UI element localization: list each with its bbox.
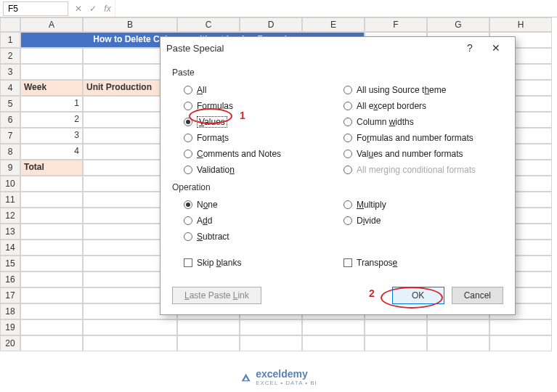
- cell[interactable]: [489, 335, 552, 351]
- paste-values-radio[interactable]: Values: [184, 114, 343, 130]
- row-header[interactable]: 10: [0, 176, 20, 192]
- skip-blanks-label: Skip blanks: [197, 258, 241, 268]
- col-header-g[interactable]: G: [427, 17, 489, 32]
- row-header[interactable]: 12: [0, 208, 20, 224]
- select-all-corner[interactable]: [0, 17, 20, 32]
- cancel-button[interactable]: Cancel: [452, 287, 503, 304]
- fx-icon[interactable]: fx: [100, 4, 115, 14]
- row-header[interactable]: 19: [0, 319, 20, 335]
- row-header[interactable]: 15: [0, 256, 20, 271]
- logo-icon: [240, 372, 251, 383]
- radio-label: Multiply: [357, 200, 386, 210]
- cell[interactable]: [240, 319, 302, 335]
- col-header-d[interactable]: D: [240, 17, 302, 32]
- col-week-header[interactable]: Week: [20, 80, 83, 96]
- row-header[interactable]: 2: [0, 48, 20, 64]
- cell[interactable]: [20, 64, 83, 80]
- cell[interactable]: [20, 192, 83, 208]
- transpose-checkbox[interactable]: Transpose: [343, 255, 503, 271]
- row-header[interactable]: 5: [0, 96, 20, 112]
- week-cell[interactable]: 4: [20, 144, 83, 160]
- col-header-c[interactable]: C: [177, 17, 240, 32]
- cell[interactable]: [20, 224, 83, 240]
- row-header[interactable]: 16: [0, 271, 20, 287]
- cell[interactable]: [20, 48, 83, 64]
- col-header-e[interactable]: E: [302, 17, 365, 32]
- paste-theme-radio[interactable]: All using Source theme: [343, 82, 503, 98]
- col-header-b[interactable]: B: [83, 17, 177, 32]
- col-header-a[interactable]: A: [20, 17, 83, 32]
- cell[interactable]: [20, 176, 83, 192]
- radio-icon: [343, 150, 352, 158]
- cell[interactable]: [20, 303, 83, 319]
- cell[interactable]: [365, 335, 427, 351]
- op-none-radio[interactable]: None: [184, 197, 343, 213]
- skip-blanks-checkbox[interactable]: Skip blanks: [184, 255, 343, 271]
- paste-valnum-radio[interactable]: Values and number formats: [343, 146, 503, 162]
- row-header[interactable]: 14: [0, 240, 20, 256]
- row-header[interactable]: 8: [0, 144, 20, 160]
- radio-label: Formats: [197, 133, 229, 143]
- ok-button[interactable]: OK: [392, 287, 444, 304]
- col-header-h[interactable]: H: [489, 17, 552, 32]
- row-header[interactable]: 7: [0, 128, 20, 144]
- cancel-fx-icon[interactable]: ✕: [71, 4, 86, 14]
- cell[interactable]: [20, 319, 83, 335]
- paste-formats-radio[interactable]: Formats: [184, 130, 343, 146]
- radio-label: Subtract: [197, 232, 229, 242]
- help-icon[interactable]: ?: [457, 38, 483, 58]
- name-box[interactable]: [3, 1, 68, 16]
- cell[interactable]: [83, 319, 177, 335]
- paste-validation-radio[interactable]: Validation: [184, 162, 343, 178]
- row-header[interactable]: 3: [0, 64, 20, 80]
- cell[interactable]: [20, 271, 83, 287]
- op-multiply-radio[interactable]: Multiply: [343, 197, 503, 213]
- row-header[interactable]: 4: [0, 80, 20, 96]
- close-icon[interactable]: ✕: [483, 38, 509, 58]
- radio-label: Column widths: [357, 117, 414, 127]
- cell[interactable]: [302, 319, 365, 335]
- radio-label: Formulas and number formats: [357, 133, 473, 143]
- total-label-cell[interactable]: Total: [20, 160, 83, 176]
- col-header-f[interactable]: F: [365, 17, 427, 32]
- row-header[interactable]: 6: [0, 112, 20, 128]
- cell[interactable]: [427, 335, 489, 351]
- cell[interactable]: [365, 319, 427, 335]
- week-cell[interactable]: 2: [20, 112, 83, 128]
- cell[interactable]: [20, 208, 83, 224]
- formula-input[interactable]: [115, 0, 557, 17]
- cell[interactable]: [489, 319, 552, 335]
- cell[interactable]: [20, 240, 83, 256]
- week-cell[interactable]: 3: [20, 128, 83, 144]
- row-header[interactable]: 20: [0, 335, 20, 351]
- row-header[interactable]: 1: [0, 32, 20, 48]
- cell[interactable]: [177, 319, 240, 335]
- op-add-radio[interactable]: Add: [184, 213, 343, 229]
- cell[interactable]: [240, 335, 302, 351]
- paste-widths-radio[interactable]: Column widths: [343, 114, 503, 130]
- cell[interactable]: [20, 287, 83, 303]
- paste-exborders-radio[interactable]: All except borders: [343, 98, 503, 114]
- radio-icon: [184, 102, 192, 110]
- row-header[interactable]: 11: [0, 192, 20, 208]
- paste-link-button[interactable]: Laste Paste LinkPaste Link: [172, 287, 261, 304]
- enter-fx-icon[interactable]: ✓: [86, 4, 100, 14]
- watermark-tag: EXCEL • DATA • BI: [256, 380, 317, 386]
- row-header[interactable]: 17: [0, 287, 20, 303]
- cell[interactable]: [20, 335, 83, 351]
- cell[interactable]: [83, 335, 177, 351]
- row-header[interactable]: 9: [0, 160, 20, 176]
- cell[interactable]: [302, 335, 365, 351]
- op-divide-radio[interactable]: Divide: [343, 213, 503, 229]
- week-cell[interactable]: 1: [20, 96, 83, 112]
- paste-comments-radio[interactable]: Comments and Notes: [184, 146, 343, 162]
- paste-formulas-radio[interactable]: Formulas: [184, 98, 343, 114]
- paste-formnum-radio[interactable]: Formulas and number formats: [343, 130, 503, 146]
- row-header[interactable]: 18: [0, 303, 20, 319]
- paste-all-radio[interactable]: All: [184, 82, 343, 98]
- op-subtract-radio[interactable]: Subtract: [184, 229, 343, 245]
- cell[interactable]: [20, 256, 83, 271]
- row-header[interactable]: 13: [0, 224, 20, 240]
- cell[interactable]: [177, 335, 240, 351]
- cell[interactable]: [427, 319, 489, 335]
